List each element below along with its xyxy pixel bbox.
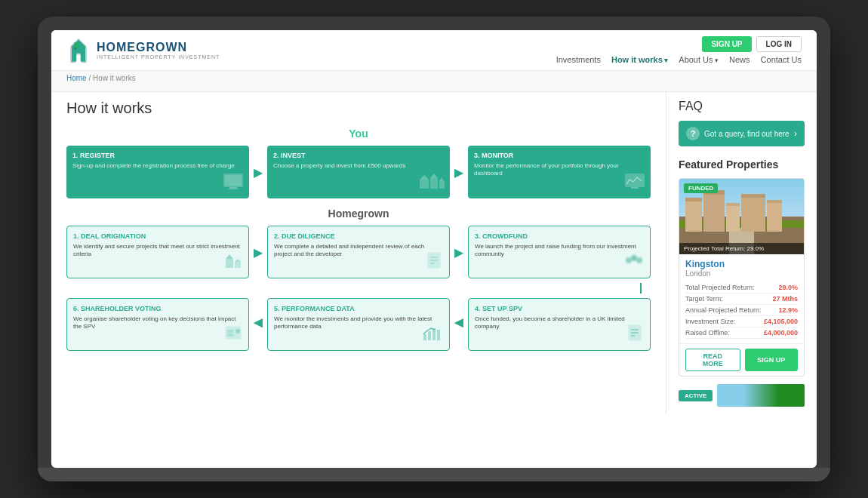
- step-dd-desc: We complete a detailed and independent r…: [274, 243, 443, 259]
- stat-row-2: Annual Projected Return: 12.9%: [685, 305, 798, 316]
- nav-auth: SIGN UP LOG IN: [702, 36, 802, 52]
- arrow-5: ▶: [453, 298, 465, 351]
- step-monitor: 3. MONITOR Monitor the performance of yo…: [468, 146, 651, 198]
- step-dd-icon: [423, 251, 445, 273]
- step-setup-spv: 4. SET UP SPV Once funded, you become a …: [468, 298, 651, 351]
- svg-rect-40: [227, 330, 233, 333]
- svg-rect-11: [430, 178, 438, 189]
- stat-label-3: Investment Size:: [685, 318, 736, 325]
- svg-rect-7: [229, 187, 237, 189]
- page-content: How it works You 1. REGISTER Sign-up and…: [51, 92, 817, 414]
- faq-question-icon: ?: [686, 127, 700, 140]
- stat-value-4: £4,000,000: [764, 329, 798, 337]
- sidebar: FAQ ? Got a query, find out here › Featu…: [666, 92, 817, 414]
- stat-value-2: 12.9%: [778, 306, 798, 314]
- step-due-diligence: 2. DUE DILIGENCE We complete a detailed …: [267, 226, 450, 278]
- you-steps-row: 1. REGISTER Sign-up and complete the reg…: [66, 146, 651, 198]
- step-deal-icon: [220, 251, 244, 273]
- step-pd-desc: We monitor the investments and provide y…: [274, 315, 443, 331]
- property-name: Kingston: [685, 259, 798, 269]
- svg-marker-18: [226, 254, 233, 259]
- property-image-kingston: FUNDED Projected Total Return: 29.0%: [679, 179, 804, 254]
- main-content: How it works You 1. REGISTER Sign-up and…: [51, 92, 666, 414]
- step-register: 1. REGISTER Sign-up and complete the reg…: [66, 146, 249, 198]
- svg-point-28: [626, 258, 631, 263]
- breadcrumb-home[interactable]: Home: [66, 74, 87, 82]
- svg-point-29: [632, 256, 636, 260]
- stat-value-0: 29.0%: [778, 284, 798, 291]
- login-button[interactable]: LOG IN: [756, 36, 802, 52]
- property-stats: Total Projected Return: 29.0% Target Ter…: [685, 282, 798, 339]
- featured-properties-title: Featured Properties: [679, 158, 805, 171]
- step-register-desc: Sign-up and complete the registration pr…: [72, 162, 243, 170]
- projected-return-label: Projected Total Return:: [684, 245, 745, 252]
- stat-label-1: Target Term:: [685, 295, 723, 303]
- svg-marker-12: [430, 174, 438, 178]
- step-spv-icon: [624, 324, 645, 346]
- you-section-label: You: [66, 128, 651, 140]
- svg-rect-6: [225, 175, 242, 186]
- svg-rect-4: [79, 44, 83, 48]
- nav-about-us[interactable]: About Us: [679, 55, 719, 64]
- step-crowdfund: 3. CROWDFUND We launch the project and r…: [468, 226, 651, 278]
- step-deal-title: 1. DEAL ORIGINATION: [73, 232, 242, 240]
- signup-button[interactable]: SIGN UP: [702, 36, 751, 52]
- step-dd-title: 2. DUE DILIGENCE: [274, 232, 443, 240]
- breadcrumb-current: How it works: [93, 74, 136, 82]
- step-shareholder-voting: 6. SHAREHOLDER VOTING We organise shareh…: [66, 298, 249, 351]
- step-cf-icon: [623, 251, 645, 273]
- property-location: London: [685, 269, 798, 278]
- step-pd-title: 5. PERFORMANCE DATA: [274, 305, 443, 312]
- step-invest-desc: Choose a property and invest from £500 u…: [273, 162, 444, 170]
- svg-rect-3: [75, 42, 78, 48]
- step-deal-desc: We identify and secure projects that mee…: [73, 243, 242, 259]
- property-signup-button[interactable]: SIGN UP: [745, 349, 799, 371]
- svg-rect-17: [226, 259, 233, 268]
- property2-image: [717, 384, 805, 407]
- stat-label-4: Raised Offline:: [685, 329, 730, 337]
- nav-investments[interactable]: Investments: [556, 55, 601, 64]
- projected-return-bar: Projected Total Return: 29.0%: [679, 243, 804, 254]
- breadcrumb: Home / How it works: [66, 74, 802, 82]
- faq-chevron-icon: ›: [794, 128, 797, 139]
- svg-rect-9: [420, 180, 429, 189]
- faq-box[interactable]: ? Got a query, find out here ›: [679, 121, 805, 146]
- stat-row-4: Raised Offline: £4,000,000: [685, 327, 798, 339]
- stat-row-1: Target Term: 27 Mths: [685, 294, 798, 305]
- nav-how-it-works[interactable]: How it works: [611, 55, 668, 64]
- laptop-screen: HOMEGROWN INTELLIGENT PROPERTY INVESTMEN…: [51, 30, 817, 468]
- logo-area: HOMEGROWN INTELLIGENT PROPERTY INVESTMEN…: [66, 37, 220, 64]
- step-spv-title: 4. SET UP SPV: [475, 305, 644, 312]
- step-performance-data: 5. PERFORMANCE DATA We monitor the inves…: [267, 298, 450, 351]
- arrow-6: ▶: [252, 298, 264, 351]
- faq-cta-text: Got a query, find out here: [704, 130, 790, 138]
- step-pd-icon: [422, 324, 445, 346]
- homegrown-row2: 4. SET UP SPV Once funded, you become a …: [66, 298, 651, 351]
- svg-rect-16: [631, 187, 639, 189]
- step-spv-desc: Once funded, you become a shareholder in…: [475, 315, 644, 331]
- svg-rect-38: [437, 330, 440, 340]
- svg-rect-35: [423, 334, 426, 340]
- step-register-title: 1. REGISTER: [72, 152, 243, 159]
- svg-point-30: [637, 258, 642, 263]
- svg-marker-14: [439, 177, 444, 181]
- logo-tagline: INTELLIGENT PROPERTY INVESTMENT: [97, 54, 220, 60]
- property-actions: READ MORE SIGN UP: [679, 343, 804, 376]
- nav-contact[interactable]: Contact Us: [761, 55, 802, 64]
- laptop-shell: HOMEGROWN INTELLIGENT PROPERTY INVESTMEN…: [38, 17, 830, 481]
- arrow-2: ▶: [453, 146, 465, 198]
- step-deal-origination: 1. DEAL ORIGINATION We identify and secu…: [66, 226, 249, 278]
- stat-label-2: Annual Projected Return:: [685, 306, 762, 314]
- step-sv-title: 6. SHAREHOLDER VOTING: [73, 305, 242, 312]
- arrow-4: ▶: [453, 226, 465, 278]
- arrow-3: ▶: [252, 226, 264, 278]
- flow-connectors: [66, 283, 651, 294]
- step-cf-desc: We launch the project and raise funding …: [475, 243, 644, 259]
- step-register-icon: [222, 172, 245, 194]
- property-info-kingston: Kingston London Total Projected Return: …: [679, 254, 804, 343]
- svg-rect-36: [428, 331, 431, 340]
- read-more-button[interactable]: READ MORE: [685, 349, 740, 371]
- active-badge: ACTIVE: [679, 390, 713, 401]
- navbar: HOMEGROWN INTELLIGENT PROPERTY INVESTMEN…: [51, 30, 817, 71]
- nav-news[interactable]: News: [729, 55, 750, 64]
